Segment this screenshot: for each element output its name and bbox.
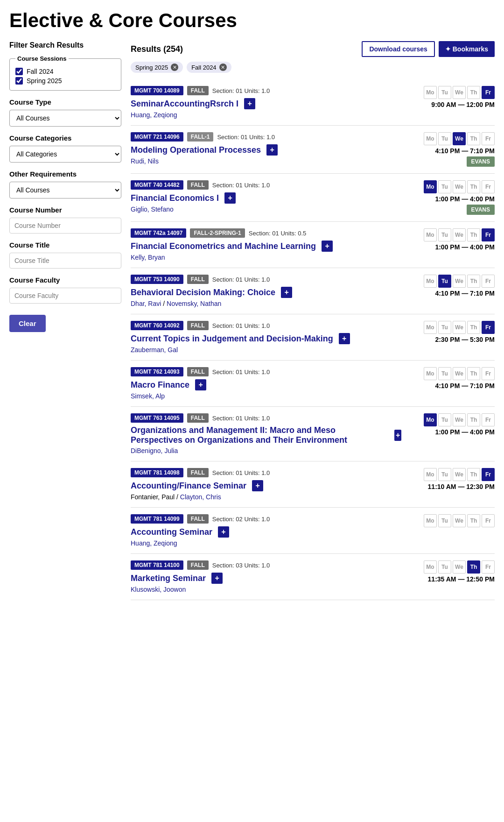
spring2025-checkbox-row[interactable]: Spring 2025	[15, 77, 115, 85]
course-time: 11:35 AM — 12:50 PM	[428, 575, 495, 583]
course-time: 1:00 PM — 4:00 PM	[435, 243, 495, 251]
course-meta: MGMT 721 14096 FALL-1 Section: 01 Units:…	[131, 132, 401, 142]
add-course-button[interactable]: +	[211, 573, 223, 584]
course-title-link[interactable]: Behavioral Decision Making: Choice	[131, 288, 275, 298]
course-title-link[interactable]: Financial Economics I	[131, 193, 219, 203]
day-box-fr: Fr	[482, 132, 495, 145]
day-box-fr: Fr	[482, 367, 495, 380]
add-course-button[interactable]: +	[266, 144, 278, 156]
course-code-badge: MGMT 700 14089	[131, 86, 183, 95]
course-meta: MGMT 781 14099 FALL Section: 02 Units: 1…	[131, 514, 401, 524]
course-info: MGMT 762 14093 FALL Section: 01 Units: 1…	[131, 367, 401, 400]
course-title-link[interactable]: Accounting Seminar	[131, 527, 212, 537]
add-course-button[interactable]: +	[394, 430, 401, 441]
course-schedule: MoTuWeThFr 4:10 PM — 7:10 PM	[401, 275, 495, 297]
day-box-fr: Fr	[482, 560, 495, 574]
course-section-info: Section: 01 Units: 1.0	[212, 276, 270, 283]
add-course-button[interactable]: +	[224, 192, 236, 204]
faculty-link[interactable]: Giglio, Stefano	[131, 206, 174, 213]
faculty-link[interactable]: Novemsky, Nathan	[167, 300, 221, 307]
add-course-button[interactable]: +	[339, 333, 350, 344]
course-title-row: Behavioral Decision Making: Choice +	[131, 287, 401, 298]
clear-button[interactable]: Clear	[9, 315, 46, 332]
course-title-link[interactable]: Modeling Operational Processes	[131, 145, 261, 155]
add-course-button[interactable]: +	[195, 379, 206, 390]
bookmarks-button[interactable]: ✦ Bookmarks	[439, 41, 495, 57]
course-section-info: Section: 01 Units: 1.0	[217, 134, 275, 141]
course-meta: MGMT 781 14098 FALL Section: 01 Units: 1…	[131, 468, 401, 477]
course-title-input[interactable]	[9, 253, 121, 269]
course-card-top: MGMT 721 14096 FALL-1 Section: 01 Units:…	[131, 132, 495, 167]
day-box-mo: Mo	[424, 468, 437, 481]
day-box-th: Th	[467, 321, 480, 334]
faculty-link[interactable]: Clayton, Chris	[180, 493, 221, 501]
course-section-info: Section: 01 Units: 1.0	[212, 87, 270, 94]
spring2025-checkbox[interactable]	[15, 77, 23, 85]
course-faculty-input[interactable]	[9, 288, 121, 304]
faculty-link[interactable]: Zauberman, Gal	[131, 346, 178, 354]
day-box-we: We	[453, 514, 466, 527]
course-card-top: MGMT 781 14099 FALL Section: 02 Units: 1…	[131, 514, 495, 547]
course-title-link[interactable]: SeminarAccountingRsrch I	[131, 99, 238, 109]
fall2024-checkbox[interactable]	[15, 68, 23, 75]
course-title-link[interactable]: Current Topics in Judgement and Decision…	[131, 334, 333, 344]
faculty-link[interactable]: Dhar, Ravi	[131, 300, 161, 307]
day-box-th: Th	[467, 228, 480, 241]
add-course-button[interactable]: +	[281, 287, 292, 298]
course-card-top: MGMT 742a 14097 FALL-2-SPRING-1 Section:…	[131, 228, 495, 261]
remove-spring2025-icon[interactable]: ✕	[171, 64, 178, 71]
filter-tag-spring2025-label: Spring 2025	[135, 64, 168, 71]
course-categories-section: Course Categories All Categories	[9, 134, 121, 163]
add-course-button[interactable]: +	[218, 526, 229, 538]
course-faculty-row: Zauberman, Gal	[131, 346, 401, 354]
day-boxes: MoTuWeThFr	[424, 132, 495, 145]
add-course-button[interactable]: +	[244, 98, 255, 109]
course-title-link[interactable]: Marketing Seminar	[131, 574, 206, 583]
fall2024-checkbox-row[interactable]: Fall 2024	[15, 68, 115, 75]
course-faculty-row: Huang, Zeqiong	[131, 539, 401, 547]
filter-tag-fall2024: Fall 2024 ✕	[187, 62, 231, 73]
course-title-link[interactable]: Macro Finance	[131, 380, 189, 390]
course-title-link[interactable]: Accounting/Finance Seminar	[131, 481, 246, 491]
day-boxes: MoTuWeThFr	[424, 321, 495, 334]
course-categories-select[interactable]: All Categories	[9, 146, 121, 163]
faculty-link[interactable]: Huang, Zeqiong	[131, 539, 177, 547]
course-number-input[interactable]	[9, 218, 121, 234]
course-title-link[interactable]: Organizations and Management II: Macro a…	[131, 425, 389, 445]
add-course-button[interactable]: +	[322, 241, 333, 252]
remove-fall2024-icon[interactable]: ✕	[219, 64, 227, 71]
day-boxes: MoTuWeThFr	[424, 413, 495, 426]
filter-tag-fall2024-label: Fall 2024	[191, 64, 216, 71]
course-faculty-row: Huang, Zeqiong	[131, 111, 401, 119]
course-info: MGMT 760 14092 FALL Section: 01 Units: 1…	[131, 321, 401, 354]
faculty-link[interactable]: Klusowski, Joowon	[131, 586, 186, 593]
course-info: MGMT 721 14096 FALL-1 Section: 01 Units:…	[131, 132, 401, 165]
course-time: 4:10 PM — 7:10 PM	[435, 147, 495, 155]
course-faculty-row: DiBenigno, Julia	[131, 447, 401, 454]
day-box-we: We	[453, 86, 466, 99]
course-schedule: MoTuWeThFr 11:10 AM — 12:30 PM	[401, 468, 495, 490]
course-title-link[interactable]: Financial Econometrics and Machine Learn…	[131, 241, 316, 251]
course-section-info: Section: 01 Units: 1.0	[212, 415, 270, 422]
faculty-link[interactable]: Kelly, Bryan	[131, 254, 165, 261]
faculty-link[interactable]: Rudi, Nils	[131, 157, 159, 165]
faculty-link[interactable]: Huang, Zeqiong	[131, 111, 177, 119]
day-box-we: We	[453, 180, 466, 193]
day-box-mo: Mo	[424, 367, 437, 380]
faculty-link[interactable]: Simsek, Alp	[131, 392, 165, 400]
course-meta: MGMT 760 14092 FALL Section: 01 Units: 1…	[131, 321, 401, 330]
faculty-link[interactable]: DiBenigno, Julia	[131, 447, 178, 454]
download-courses-button[interactable]: Download courses	[362, 41, 434, 57]
course-time: 4:10 PM — 7:10 PM	[435, 382, 495, 390]
day-boxes: MoTuWeThFr	[424, 560, 495, 574]
day-box-th: Th	[467, 560, 480, 574]
day-box-tu: Tu	[438, 275, 451, 288]
day-box-th: Th	[467, 514, 480, 527]
add-course-button[interactable]: +	[252, 480, 263, 491]
day-box-tu: Tu	[438, 413, 451, 426]
course-card-top: MGMT 781 14100 FALL Section: 03 Units: 1…	[131, 560, 495, 593]
course-time: 1:00 PM — 4:00 PM	[435, 428, 495, 436]
course-type-select[interactable]: All Courses	[9, 110, 121, 127]
other-requirements-select[interactable]: All Courses	[9, 182, 121, 198]
day-box-we: We	[453, 367, 466, 380]
